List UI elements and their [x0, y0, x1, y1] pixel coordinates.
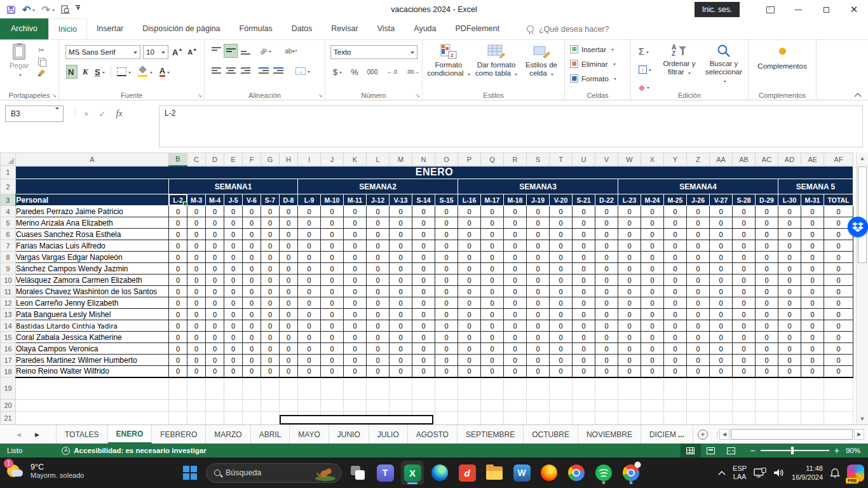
row-header-13[interactable]: 13 — [1, 309, 16, 320]
value-cell[interactable]: 0 — [710, 206, 733, 217]
fill-color-icon[interactable] — [137, 65, 154, 78]
value-cell[interactable]: 0 — [169, 309, 187, 320]
empty-cell[interactable] — [756, 400, 778, 412]
value-cell[interactable]: 0 — [756, 217, 778, 229]
value-cell[interactable]: 0 — [641, 343, 664, 355]
teams-app-icon[interactable]: T — [374, 461, 397, 485]
value-cell[interactable]: 0 — [458, 309, 481, 320]
value-cell[interactable]: 0 — [344, 206, 367, 217]
copy-icon[interactable] — [38, 58, 45, 65]
value-cell[interactable]: 0 — [733, 332, 756, 343]
value-cell[interactable]: 0 — [778, 343, 801, 355]
value-cell[interactable]: 0 — [435, 320, 458, 332]
empty-cell[interactable] — [435, 412, 458, 425]
value-cell[interactable]: 0 — [801, 263, 824, 274]
value-cell[interactable]: 0 — [206, 240, 224, 252]
row-header-21[interactable]: 21 — [1, 412, 16, 425]
zoom-level[interactable]: 90% — [846, 447, 860, 454]
accessibility-status[interactable]: Accesibilidad: es necesario investigar — [62, 447, 206, 455]
edge-app-icon[interactable] — [428, 461, 451, 485]
empty-cell[interactable] — [504, 412, 527, 425]
value-cell[interactable]: 0 — [481, 217, 504, 229]
empty-cell[interactable] — [618, 377, 641, 400]
ribbon-tab-inicio[interactable]: Inicio — [48, 18, 87, 39]
number-format-select[interactable]: Texto — [330, 45, 417, 59]
value-cell[interactable]: 0 — [641, 252, 664, 263]
value-cell[interactable]: 0 — [261, 297, 280, 309]
value-cell[interactable]: 0 — [224, 240, 243, 252]
empty-cell[interactable] — [412, 400, 435, 412]
empty-cell[interactable] — [243, 412, 261, 425]
empty-cell[interactable] — [367, 400, 390, 412]
day-header-s-28[interactable]: S-28 — [733, 194, 756, 206]
value-cell[interactable]: 0 — [344, 217, 367, 229]
value-cell[interactable]: 0 — [687, 240, 710, 252]
day-header-l-9[interactable]: L-9 — [298, 194, 321, 206]
spotify-app-icon[interactable] — [592, 461, 615, 485]
value-cell[interactable]: 0 — [504, 286, 527, 297]
value-cell[interactable]: 0 — [595, 343, 618, 355]
value-cell[interactable]: 0 — [641, 366, 664, 377]
empty-cell[interactable] — [206, 377, 224, 400]
empty-cell[interactable] — [733, 377, 756, 400]
column-header-H[interactable]: H — [280, 153, 298, 166]
clock[interactable]: 11:4816/9/2024 — [792, 464, 823, 482]
value-cell[interactable]: 0 — [687, 320, 710, 332]
value-cell[interactable]: 0 — [641, 217, 664, 229]
value-cell[interactable]: 0 — [481, 274, 504, 286]
day-header-s-21[interactable]: S-21 — [573, 194, 595, 206]
value-cell[interactable]: 0 — [321, 274, 344, 286]
value-cell[interactable]: 0 — [710, 355, 733, 366]
value-cell[interactable]: 0 — [224, 274, 243, 286]
week-header-2[interactable]: SEMANA2 — [298, 179, 458, 194]
value-cell[interactable]: 0 — [595, 252, 618, 263]
value-cell[interactable]: 0 — [280, 229, 298, 240]
day-header-j-19[interactable]: J-19 — [527, 194, 550, 206]
empty-cell[interactable] — [390, 400, 412, 412]
value-cell[interactable]: 0 — [321, 355, 344, 366]
font-name-select[interactable]: MS Sans Serif — [65, 45, 140, 59]
empty-cell[interactable] — [595, 412, 618, 425]
value-cell[interactable]: 0 — [733, 297, 756, 309]
value-cell[interactable]: 0 — [187, 217, 206, 229]
tell-me-box[interactable]: ¿Qué desea hacer? — [527, 18, 609, 39]
sheet-tab-mayo[interactable]: MAYO — [290, 425, 329, 444]
orientation-icon[interactable]: ab — [259, 44, 273, 57]
value-cell[interactable]: 0 — [756, 263, 778, 274]
value-cell[interactable]: 0 — [280, 309, 298, 320]
row-header-15[interactable]: 15 — [1, 332, 16, 343]
value-cell[interactable]: 0 — [280, 343, 298, 355]
value-cell[interactable]: 0 — [435, 252, 458, 263]
value-cell[interactable]: 0 — [778, 366, 801, 377]
value-cell[interactable]: 0 — [641, 320, 664, 332]
empty-cell[interactable] — [458, 400, 481, 412]
value-cell[interactable]: 0 — [481, 355, 504, 366]
value-cell[interactable]: 0 — [733, 217, 756, 229]
value-cell[interactable]: 0 — [824, 240, 853, 252]
value-cell[interactable]: 0 — [504, 252, 527, 263]
value-cell[interactable]: 0 — [801, 297, 824, 309]
format-as-table-button[interactable]: Dar formato como tabla — [472, 44, 520, 78]
value-cell[interactable]: 0 — [280, 274, 298, 286]
page-break-view-button[interactable] — [721, 444, 742, 458]
value-cell[interactable]: 0 — [169, 240, 187, 252]
empty-cell[interactable] — [187, 377, 206, 400]
value-cell[interactable]: 0 — [367, 217, 390, 229]
value-cell[interactable]: 0 — [458, 366, 481, 377]
empty-cell[interactable] — [344, 377, 367, 400]
value-cell[interactable]: 0 — [390, 355, 412, 366]
value-cell[interactable]: 0 — [390, 297, 412, 309]
value-cell[interactable]: 0 — [169, 343, 187, 355]
value-cell[interactable]: 0 — [206, 274, 224, 286]
value-cell[interactable]: 0 — [710, 343, 733, 355]
value-cell[interactable]: 0 — [187, 263, 206, 274]
value-cell[interactable]: 0 — [367, 366, 390, 377]
format-painter-icon[interactable] — [38, 69, 46, 76]
value-cell[interactable]: 0 — [550, 240, 573, 252]
value-cell[interactable]: 0 — [169, 286, 187, 297]
empty-cell[interactable] — [435, 400, 458, 412]
empty-cell[interactable] — [664, 377, 687, 400]
value-cell[interactable]: 0 — [641, 263, 664, 274]
value-cell[interactable]: 0 — [344, 309, 367, 320]
day-header-v-6[interactable]: V-6 — [243, 194, 261, 206]
